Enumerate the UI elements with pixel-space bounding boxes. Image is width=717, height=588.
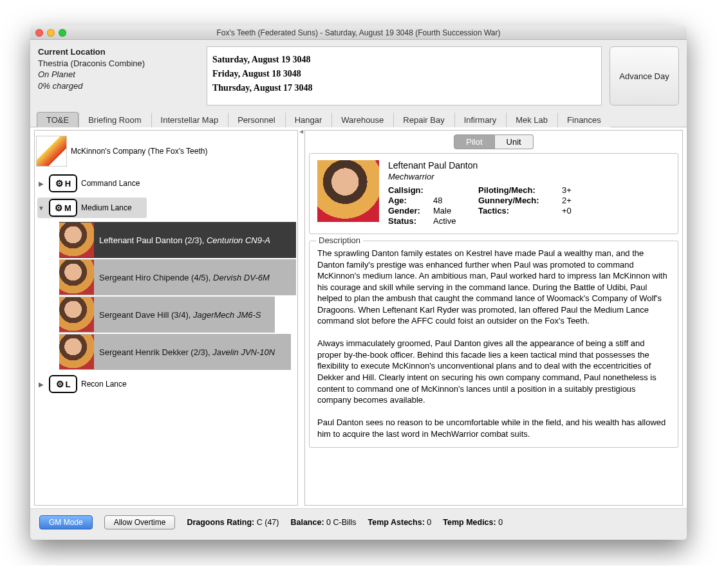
stat-label: Gunnery/Mech: — [478, 196, 562, 205]
description-box: Description The sprawling Danton family … — [309, 241, 678, 448]
stat-value: Active — [433, 216, 478, 226]
location-charge: 0% charged — [38, 80, 199, 92]
toe-tree[interactable]: McKinnon's Company (The Fox's Teeth) ▶ ⚙… — [34, 130, 298, 506]
log-entry: Saturday, August 19 3048 — [212, 55, 596, 65]
lance-icon: ⚙H — [49, 174, 77, 192]
stat-value: +0 — [562, 206, 588, 216]
pilot-portrait-icon — [59, 223, 94, 257]
stat-label: Age: — [388, 196, 433, 205]
pilot-label: Leftenant Paul Danton (2/3), Centurion C… — [99, 235, 270, 245]
pilot-role: Mechwarrior — [388, 172, 670, 181]
main-tabbar: TO&E Briefing Room Interstellar Map Pers… — [30, 112, 687, 127]
chevron-right-icon[interactable]: ▶ — [37, 180, 45, 187]
stat-value: 3+ — [562, 185, 588, 195]
lance-name: Recon Lance — [81, 380, 127, 389]
stat-label: Callsign: — [388, 185, 433, 195]
log-entry: Friday, August 18 3048 — [212, 69, 596, 79]
pilot-portrait-icon — [59, 297, 94, 332]
pilot-label: Sergeant Henrik Dekker (2/3), Javelin JV… — [99, 347, 275, 357]
pilot-name: Leftenant Paul Danton — [388, 160, 670, 170]
app-window: Fox's Teeth (Federated Suns) - Saturday,… — [30, 26, 687, 540]
close-icon[interactable] — [35, 29, 43, 37]
tab-toe[interactable]: TO&E — [37, 112, 79, 127]
pilot-row[interactable]: Leftenant Paul Danton (2/3), Centurion C… — [59, 222, 296, 258]
tab-hangar[interactable]: Hangar — [285, 112, 332, 127]
tab-interstellar-map[interactable]: Interstellar Map — [151, 112, 228, 127]
lance-row-recon[interactable]: ▶ ⚙L Recon Lance — [37, 374, 296, 394]
window-title: Fox's Teeth (Federated Suns) - Saturday,… — [30, 28, 687, 37]
stat-value: 2+ — [562, 196, 588, 205]
company-icon — [36, 136, 67, 167]
gm-mode-button[interactable]: GM Mode — [39, 515, 93, 529]
pilot-stats: Callsign: Piloting/Mech: 3+ Age: 48 Gunn… — [388, 185, 670, 226]
description-text: The sprawling Danton family estates on K… — [317, 248, 670, 439]
lance-icon: ⚙L — [49, 375, 77, 393]
lance-name: Medium Lance — [81, 203, 132, 212]
titlebar: Fox's Teeth (Federated Suns) - Saturday,… — [30, 26, 687, 40]
tab-mek-lab[interactable]: Mek Lab — [506, 112, 557, 127]
minimize-icon[interactable] — [47, 29, 55, 37]
splitter-handle[interactable]: ◀ — [299, 127, 303, 508]
tab-repair-bay[interactable]: Repair Bay — [393, 112, 454, 127]
pilot-label: Sergeant Dave Hill (3/4), JagerMech JM6-… — [99, 310, 261, 320]
tab-warehouse[interactable]: Warehouse — [331, 112, 393, 127]
tab-briefing-room[interactable]: Briefing Room — [79, 112, 151, 127]
temp-medics: Temp Medics: 0 — [443, 518, 503, 527]
lance-row-medium[interactable]: ▼ ⚙M Medium Lance — [37, 198, 147, 218]
company-name: McKinnon's Company (The Fox's Teeth) — [71, 147, 207, 156]
dragoons-rating: Dragoons Rating: C (47) — [187, 518, 279, 527]
stat-label: Gender: — [388, 206, 433, 216]
lance-icon: ⚙M — [49, 199, 77, 217]
pilot-row[interactable]: Sergeant Henrik Dekker (2/3), Javelin JV… — [59, 334, 291, 370]
event-log[interactable]: Saturday, August 19 3048 Friday, August … — [207, 46, 602, 106]
location-label: Current Location — [38, 46, 199, 58]
description-legend: Description — [316, 235, 363, 245]
temp-astechs: Temp Astechs: 0 — [368, 518, 432, 527]
tab-finances[interactable]: Finances — [557, 112, 611, 127]
stat-value — [433, 185, 478, 195]
detail-subtabs: Pilot Unit — [309, 134, 678, 149]
pilot-row[interactable]: Sergeant Hiro Chipende (4/5), Dervish DV… — [59, 259, 296, 295]
lance-name: Command Lance — [81, 179, 140, 188]
header-area: Current Location Thestria (Draconis Comb… — [30, 40, 687, 109]
pilot-portrait-icon — [59, 260, 94, 295]
balance: Balance: 0 C-Bills — [290, 518, 356, 527]
subtab-unit[interactable]: Unit — [495, 134, 534, 149]
location-status: On Planet — [38, 69, 199, 80]
pilot-portrait-large-icon — [317, 160, 379, 222]
allow-overtime-button[interactable]: Allow Overtime — [104, 515, 176, 529]
pilot-row[interactable]: Sergeant Dave Hill (3/4), JagerMech JM6-… — [59, 297, 275, 333]
pilot-label: Sergeant Hiro Chipende (4/5), Dervish DV… — [99, 273, 270, 282]
location-name: Thestria (Draconis Combine) — [38, 58, 199, 69]
detail-panel: Pilot Unit Leftenant Paul Danton Mechwar… — [304, 130, 683, 506]
main-content: McKinnon's Company (The Fox's Teeth) ▶ ⚙… — [30, 127, 687, 508]
stat-label: Status: — [388, 216, 433, 226]
statusbar: GM Mode Allow Overtime Dragoons Rating: … — [30, 508, 687, 540]
stat-value: 48 — [433, 196, 478, 205]
company-row[interactable]: McKinnon's Company (The Fox's Teeth) — [36, 133, 296, 169]
tab-personnel[interactable]: Personnel — [228, 112, 285, 127]
stat-label: Tactics: — [478, 206, 562, 216]
lance-row-command[interactable]: ▶ ⚙H Command Lance — [37, 173, 296, 194]
chevron-down-icon[interactable]: ▼ — [37, 205, 45, 212]
tab-infirmary[interactable]: Infirmary — [454, 112, 507, 127]
advance-day-button[interactable]: Advance Day — [610, 46, 679, 106]
zoom-icon[interactable] — [59, 29, 66, 37]
chevron-right-icon[interactable]: ▶ — [37, 381, 45, 388]
subtab-pilot[interactable]: Pilot — [454, 134, 494, 149]
window-controls — [35, 29, 66, 37]
pilot-portrait-icon — [59, 335, 94, 369]
log-entry: Thursday, August 17 3048 — [212, 83, 596, 93]
pilot-summary-box: Leftenant Paul Danton Mechwarrior Callsi… — [309, 153, 678, 234]
stat-value: Male — [433, 206, 478, 216]
location-panel: Current Location Thestria (Draconis Comb… — [38, 46, 199, 106]
stat-label: Piloting/Mech: — [478, 185, 562, 195]
